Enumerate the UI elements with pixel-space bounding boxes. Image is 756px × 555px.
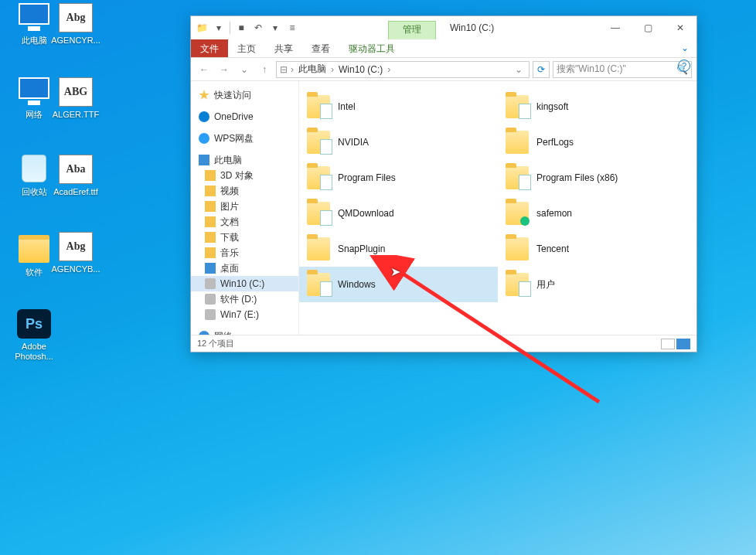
sidebar-item[interactable]: 桌面 <box>191 260 298 276</box>
photoshop-icon: Ps <box>17 309 51 339</box>
qat-more[interactable]: ≡ <box>284 20 300 36</box>
desktop-icon-font[interactable]: AbgAGENCYB... <box>48 232 104 274</box>
window-title: Win10 (C:) <box>436 16 494 39</box>
sidebar: 快速访问 OneDrive WPS网盘 此电脑 3D 对象 视频 图片 文档 下… <box>191 81 299 335</box>
status-text: 12 个项目 <box>197 338 234 349</box>
sidebar-network[interactable]: 网络 <box>191 329 298 335</box>
folder-icon <box>205 216 216 227</box>
tab-view[interactable]: 查看 <box>302 39 339 57</box>
folder-icon <box>307 202 330 225</box>
sidebar-item[interactable]: 3D 对象 <box>191 168 298 183</box>
drive-icon <box>205 294 216 305</box>
folder-item[interactable]: Program Files (x86) <box>498 160 696 196</box>
folder-icon <box>205 201 216 212</box>
sidebar-wps[interactable]: WPS网盘 <box>191 131 298 146</box>
font-icon: Abg <box>59 232 93 261</box>
sidebar-item[interactable]: 音乐 <box>191 245 298 260</box>
network-icon <box>17 77 51 107</box>
ribbon-expand[interactable]: ⌄ <box>673 39 696 57</box>
maximize-button[interactable]: ▢ <box>632 16 664 39</box>
refresh-button[interactable]: ⟳ <box>533 61 550 78</box>
sidebar-item[interactable]: 视频 <box>191 183 298 199</box>
window-buttons: — ▢ ✕ <box>599 16 696 39</box>
pc-icon <box>199 155 209 165</box>
sidebar-drive-c[interactable]: Win10 (C:) <box>191 276 298 291</box>
sidebar-onedrive[interactable]: OneDrive <box>191 109 298 124</box>
drive-icon: ⊟ <box>280 64 288 75</box>
folder-item[interactable]: PerfLogs <box>498 124 696 160</box>
folder-item[interactable]: Program Files <box>299 160 498 196</box>
ribbon-context-tab[interactable]: 管理 <box>388 21 436 39</box>
cloud-icon <box>199 111 209 122</box>
explorer-window: 📁 ▾ ■ ↶ ▾ ≡ 管理 Win10 (C:) — ▢ ✕ 文件 主页 共享… <box>190 15 697 352</box>
tab-share[interactable]: 共享 <box>265 39 302 57</box>
tab-file[interactable]: 文件 <box>191 39 228 57</box>
breadcrumb-seg[interactable]: 此电脑 <box>297 63 328 76</box>
folder-item[interactable]: safemon <box>498 196 696 231</box>
ribbon: 文件 主页 共享 查看 驱动器工具 ⌄ <box>191 39 696 58</box>
folder-icon <box>205 170 216 181</box>
nav-recent[interactable]: ⌄ <box>236 61 253 78</box>
view-icons[interactable] <box>676 339 690 349</box>
folder-item[interactable]: kingsoft <box>498 89 696 124</box>
folder-icon <box>506 131 529 154</box>
folder-item-windows[interactable]: Windows <box>299 267 498 302</box>
folder-item[interactable]: QMDownload <box>299 196 498 231</box>
folder-item[interactable]: 用户 <box>498 267 696 302</box>
desktop-icon-photoshop[interactable]: PsAdobe Photosh... <box>6 309 62 362</box>
folder-item[interactable]: Intel <box>299 89 498 124</box>
view-details[interactable] <box>661 339 675 349</box>
folder-icon <box>506 273 529 296</box>
desktop-icon-font[interactable]: AbgAGENCYR... <box>48 3 104 46</box>
tab-drive-tools[interactable]: 驱动器工具 <box>339 39 404 57</box>
content-pane[interactable]: Intel kingsoft NVIDIA PerfLogs Program F… <box>299 81 696 335</box>
help-icon[interactable]: ? <box>678 60 690 72</box>
body: 快速访问 OneDrive WPS网盘 此电脑 3D 对象 视频 图片 文档 下… <box>191 81 696 335</box>
folder-icon <box>17 235 51 264</box>
recycle-icon <box>17 155 51 184</box>
sidebar-drive-e[interactable]: Win7 (E:) <box>191 307 298 322</box>
close-button[interactable]: ✕ <box>664 16 696 39</box>
drive-icon <box>205 309 216 320</box>
nav-up[interactable]: ↑ <box>256 61 273 78</box>
qat-pin[interactable]: ▾ <box>211 20 226 36</box>
folder-grid: Intel kingsoft NVIDIA PerfLogs Program F… <box>299 89 696 302</box>
folder-icon <box>307 166 330 189</box>
qat-redo[interactable]: ▾ <box>267 20 283 36</box>
chevron-right-icon: › <box>291 64 294 75</box>
font-icon: ABG <box>59 77 93 107</box>
navbar: ← → ⌄ ↑ ⊟ › 此电脑 › Win10 (C:) › ⌄ ⟳ 搜索"Wi… <box>191 58 696 81</box>
sidebar-quick-access[interactable]: 快速访问 <box>191 87 298 103</box>
sidebar-item[interactable]: 图片 <box>191 199 298 214</box>
titlebar: 📁 ▾ ■ ↶ ▾ ≡ 管理 Win10 (C:) — ▢ ✕ <box>191 16 696 39</box>
address-bar[interactable]: ⊟ › 此电脑 › Win10 (C:) › ⌄ <box>276 61 530 78</box>
folder-item[interactable]: Tencent <box>498 231 696 267</box>
nav-forward[interactable]: → <box>216 61 233 78</box>
pc-icon <box>17 3 51 32</box>
font-icon: Aba <box>59 155 93 184</box>
status-bar: 12 个项目 <box>191 335 696 352</box>
folder-icon <box>205 186 216 196</box>
address-dropdown[interactable]: ⌄ <box>512 64 526 75</box>
folder-icon <box>307 237 330 260</box>
folder-icon <box>205 263 216 274</box>
folder-icon <box>506 202 529 225</box>
folder-item[interactable]: NVIDIA <box>299 124 498 160</box>
folder-icon <box>506 95 529 118</box>
sidebar-thispc[interactable]: 此电脑 <box>191 152 298 168</box>
nav-back[interactable]: ← <box>196 61 213 78</box>
sidebar-item[interactable]: 下载 <box>191 230 298 245</box>
qat-properties[interactable]: ■ <box>233 20 249 36</box>
desktop-icon-font[interactable]: AbaAcadEref.ttf <box>48 155 104 197</box>
folder-icon <box>506 237 529 260</box>
minimize-button[interactable]: — <box>599 16 632 39</box>
qat-undo[interactable]: ↶ <box>250 20 266 36</box>
search-box[interactable]: 搜索"Win10 (C:)" 🔍 <box>553 61 692 78</box>
sidebar-item[interactable]: 文档 <box>191 214 298 230</box>
sidebar-drive-d[interactable]: 软件 (D:) <box>191 291 298 307</box>
folder-item[interactable]: SnapPlugin <box>299 231 498 267</box>
desktop-icon-font[interactable]: ABGALGER.TTF <box>48 77 104 120</box>
chevron-right-icon: › <box>387 64 390 75</box>
tab-home[interactable]: 主页 <box>228 39 265 57</box>
breadcrumb-seg[interactable]: Win10 (C:) <box>337 64 384 75</box>
